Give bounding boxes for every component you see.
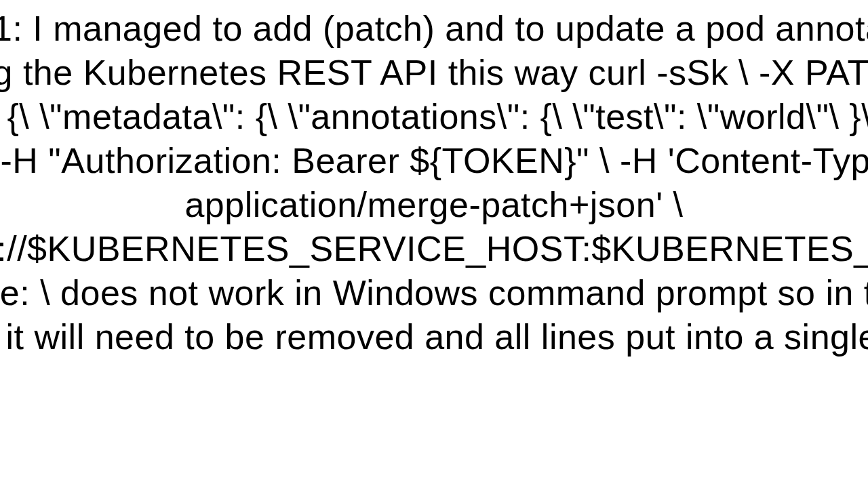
document-text: wer 1: I managed to add (patch) and to u… bbox=[0, 7, 868, 359]
